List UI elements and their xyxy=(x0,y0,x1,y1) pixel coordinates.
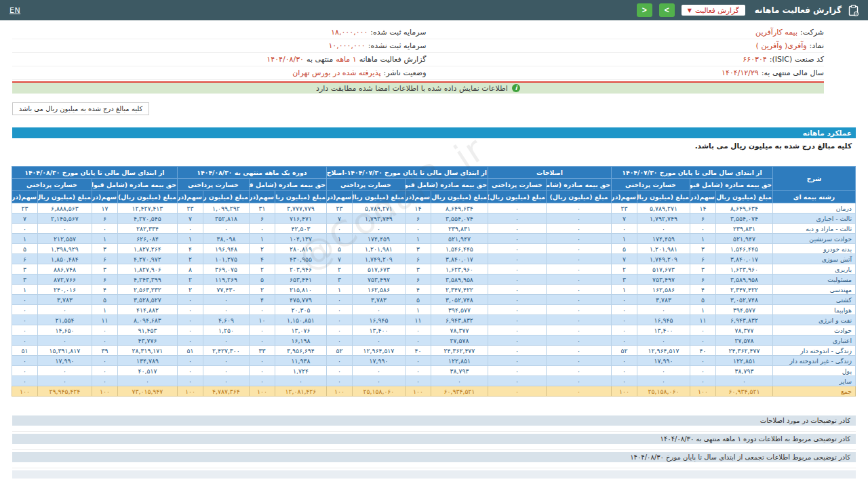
info-row: سرمایه ثبت نشده:۱۰,۰۰۰,۰۰۰ xyxy=(12,39,426,53)
value-cell: ۰ xyxy=(488,254,546,264)
column-subheader-claims: خسارت پرداختی xyxy=(488,179,546,191)
column-header-amount: مبلغ (میلیون ریال) xyxy=(716,191,773,203)
value-cell: ۰ xyxy=(546,356,611,366)
value-cell: ۱۷,۹۹۰ xyxy=(37,356,92,366)
column-subheader-premium: حق بیمه صادره (شامل قبولی اتکایی) xyxy=(690,179,773,191)
value-cell: ۴ xyxy=(177,244,203,254)
value-cell: ۰ xyxy=(546,295,611,305)
value-cell: ۱,۸۵۰,۴۸۴ xyxy=(37,254,92,264)
value-cell: ۱,۲۵۰ xyxy=(203,325,249,336)
value-cell: ۰ xyxy=(488,336,546,346)
value-cell: ۱۲,۹۶۴,۵۱۷ xyxy=(637,346,690,356)
table-row: نفت و انرژی۶,۹۴۳,۸۳۲۱۱۱۶,۹۴۵۰۰۰۶,۹۴۳,۸۳۲… xyxy=(12,315,855,325)
info-value[interactable]: بیمه کارآفرین xyxy=(755,28,797,37)
line-name-cell: ثالث - اجباری xyxy=(773,214,856,224)
column-header-share: سهم(درصد) xyxy=(690,191,716,203)
value-cell: ۸۸۶,۷۴۸ xyxy=(37,264,92,274)
column-header-amount: مبلغ (میلیون ریال) xyxy=(352,191,405,203)
signed-data-notice: i اطلاعات نمایش داده شده با اطلاعات امضا… xyxy=(12,83,824,94)
value-cell: ۴,۶۰۹ xyxy=(203,315,249,325)
value-cell: ۷۸,۳۷۷ xyxy=(431,325,488,336)
value-cell: ۳ xyxy=(326,274,352,285)
top-bar: گزارش فعالیت ماهانه گزارش فعالیت ▼ > < E… xyxy=(0,0,868,20)
value-cell: ۰ xyxy=(546,214,611,224)
value-cell: ۲۷,۵۷۸ xyxy=(716,336,773,346)
column-header-amount: مبلغ (میلیون ریال) xyxy=(488,191,546,203)
value-cell: ۲۸۰,۸۱۹ xyxy=(275,244,326,254)
value-cell: ۰ xyxy=(203,295,249,305)
value-cell: ۰ xyxy=(12,376,37,386)
value-cell: ۰ xyxy=(488,214,546,224)
table-row: مهندسی۲,۳۴۷,۴۲۲۴۱۶۲,۵۸۶۱۰۰۲,۳۴۷,۴۲۲۴۱۶۲,… xyxy=(12,285,855,295)
value-cell: ۷ xyxy=(326,254,352,264)
value-cell: ۱ xyxy=(92,305,117,315)
value-cell: ۰ xyxy=(611,224,637,234)
value-cell: ۰ xyxy=(326,315,352,325)
column-header-amount: مبلغ (میلیون ریال) xyxy=(431,191,488,203)
value-cell: ۰ xyxy=(405,325,431,336)
value-cell: ۰ xyxy=(275,376,326,386)
value-cell: ۱ xyxy=(92,234,117,244)
info-value: ۱۰,۰۰۰,۰۰۰ xyxy=(328,41,365,50)
value-cell: ۲۳ xyxy=(326,203,352,214)
value-cell: ۳۶۹,۰۷۵ xyxy=(203,264,249,274)
table-row: حوادث سرنشین۵۲۱,۹۴۷۱۱۷۴,۴۵۹۱۰۰۵۲۱,۹۴۷۱۱۷… xyxy=(12,234,855,244)
value-cell: ۱۰ xyxy=(249,315,275,325)
value-cell: ۰ xyxy=(488,203,546,214)
value-cell: ۰ xyxy=(488,346,546,356)
value-cell: ۴۷۵,۷۷۹ xyxy=(275,295,326,305)
value-cell: ۶ xyxy=(405,274,431,285)
value-cell: ۰ xyxy=(637,305,690,315)
value-cell: ۰ xyxy=(92,224,117,234)
value-cell: ۰ xyxy=(326,224,352,234)
value-cell: ۰ xyxy=(488,325,546,336)
value-cell: ۴,۲۴۳,۳۹۹ xyxy=(117,274,177,285)
value-cell: ۲۵,۱۵۸,۰۶۰ xyxy=(637,386,690,396)
table-row: باربری۱,۶۲۳,۹۶۰۳۵۱۷,۶۷۳۲۰۰۱,۶۲۳,۹۶۰۳۵۱۷,… xyxy=(12,264,855,274)
collapsible-section-header[interactable]: کادر توضیحی مربوط به اطلاعات دوره ۱ ماهه… xyxy=(12,434,856,444)
info-value: پذیرفته شده در بورس تهران xyxy=(292,68,380,77)
language-toggle-en[interactable]: EN xyxy=(9,6,20,15)
value-cell: ۶ xyxy=(12,254,37,264)
collapsible-section-header[interactable]: کادر توضیحی مربوط اطلاعات تجمعی از ابتدا… xyxy=(12,452,856,462)
next-report-button[interactable]: > xyxy=(659,3,675,17)
info-label: سرمایه ثبت شده: xyxy=(370,28,426,37)
value-cell: ۲۳ xyxy=(611,203,637,214)
column-header-share: سهم(درصد) xyxy=(177,191,203,203)
value-cell: ۸,۶۴۹,۶۳۴ xyxy=(716,203,773,214)
value-cell: ۱ xyxy=(249,234,275,244)
value-cell: ۵ xyxy=(249,274,275,285)
column-header-share: سهم(درصد) xyxy=(12,191,37,203)
value-cell: ۰ xyxy=(488,376,546,386)
value-cell: ۰ xyxy=(546,366,611,376)
column-group-header: اصلاحات xyxy=(488,167,611,179)
info-value[interactable]: وآفری( وآفرین ) xyxy=(756,41,807,50)
value-cell: ۳,۸۴۰,۰۱۷ xyxy=(431,254,488,264)
value-cell: ۴ xyxy=(92,285,117,295)
value-cell: ۵ xyxy=(92,295,117,305)
column-subheader-claims: خسارت پرداختی xyxy=(12,179,92,191)
value-cell: ۰ xyxy=(177,356,203,366)
value-cell: ۱۰۰ xyxy=(92,386,117,396)
value-cell: ۰ xyxy=(405,376,431,386)
value-cell: ۰ xyxy=(12,224,37,234)
value-cell: ۱۴ xyxy=(405,203,431,214)
collapsible-section-header[interactable]: کادر توضیحات در مورد اصلاحات xyxy=(12,415,856,426)
value-cell: ۰ xyxy=(177,315,203,325)
value-cell: ۰ xyxy=(37,305,92,315)
value-cell: ۲۸,۳۱۹,۱۷۱ xyxy=(117,346,177,356)
value-cell: ۰ xyxy=(611,356,637,366)
value-cell: ۲۸۲,۳۳۴ xyxy=(117,224,177,234)
value-cell: ۱ xyxy=(177,234,203,244)
prev-report-button[interactable]: < xyxy=(637,3,652,17)
value-cell: ۳۱ xyxy=(249,203,275,214)
column-subheader-premium: حق بیمه صادره (شامل قبولی اتکایی) xyxy=(405,179,488,191)
value-cell: ۶,۹۴۳,۸۳۲ xyxy=(716,315,773,325)
value-cell: ۶ xyxy=(92,274,117,285)
table-row: ثالث - اجباری۳,۵۵۴,۰۷۴۶۱,۷۹۲,۷۴۹۷۰۰۳,۵۵۴… xyxy=(12,214,855,224)
value-cell: ۶ xyxy=(690,274,716,285)
value-cell: ۳ xyxy=(92,264,117,274)
value-cell: ۵۱۷,۶۷۳ xyxy=(637,264,690,274)
report-type-dropdown[interactable]: گزارش فعالیت ▼ xyxy=(682,5,745,16)
info-row: سرمایه ثبت شده:۱۸,۰۰۰,۰۰۰ xyxy=(12,26,426,39)
